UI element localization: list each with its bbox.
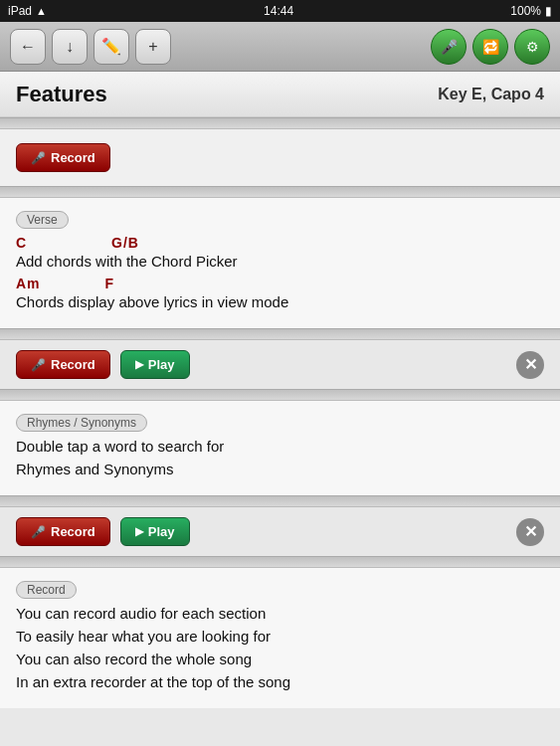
play-label-2: Play (148, 524, 175, 539)
mic-button[interactable]: 🎤 (431, 29, 467, 65)
divider-6 (0, 556, 560, 568)
key-info: Key E, Capo 4 (438, 86, 544, 103)
record-tag: Record (16, 581, 77, 599)
play-icon-1: ▶ (135, 358, 143, 371)
record-desc-line-1: You can record audio for each section (16, 605, 544, 622)
rhymes-line-1: Double tap a word to search for (16, 438, 544, 455)
toolbar-right: 🎤 🔁 ⚙ (431, 29, 550, 65)
record-button-1[interactable]: 🎤 Record (16, 350, 110, 379)
status-bar: iPad ▲ 14:44 100% ▮ (0, 0, 560, 22)
rhymes-line-2: Rhymes and Synonyms (16, 461, 544, 477)
close-icon-1: ✕ (524, 355, 537, 374)
record-label-1: Record (51, 357, 95, 372)
toolbar: ← ↓ ✏️ + 🎤 🔁 ⚙ (0, 22, 560, 72)
close-button-1[interactable]: ✕ (516, 351, 544, 379)
controls-section-1: 🎤 Record ▶ Play ✕ (0, 340, 560, 389)
back-button[interactable]: ← (10, 29, 46, 65)
rhymes-section: Rhymes / Synonyms Double tap a word to s… (0, 401, 560, 495)
status-right: 100% ▮ (510, 4, 552, 18)
record-desc-line-4: In an extra recorder at the top of the s… (16, 673, 544, 690)
top-record-label: Record (51, 150, 95, 165)
divider-2 (0, 186, 560, 198)
loop-icon: 🔁 (482, 39, 499, 55)
play-button-2[interactable]: ▶ Play (120, 517, 190, 546)
toolbar-left: ← ↓ ✏️ + (10, 29, 171, 65)
play-label-1: Play (148, 357, 175, 372)
down-icon: ↓ (66, 38, 74, 56)
battery-icon: ▮ (545, 4, 552, 18)
divider-4 (0, 389, 560, 401)
status-left: iPad ▲ (8, 4, 47, 18)
page-header: Features Key E, Capo 4 (0, 72, 560, 117)
edit-button[interactable]: ✏️ (93, 29, 129, 65)
carrier-label: iPad (8, 4, 32, 18)
divider-top (0, 117, 560, 129)
lyric-line-2: Chords display above lyrics in view mode (16, 293, 544, 310)
rec-mic-icon-2: 🎤 (31, 525, 46, 539)
verse-tag: Verse (16, 211, 69, 229)
divider-3 (0, 328, 560, 340)
record-desc-line-3: You can also record the whole song (16, 651, 544, 667)
chord-line-2: Am F (16, 276, 544, 291)
wifi-icon: ▲ (36, 5, 47, 17)
gear-icon: ⚙ (526, 39, 539, 55)
record-desc-section: Record You can record audio for each sec… (0, 568, 560, 708)
record-mic-icon: 🎤 (31, 151, 46, 165)
plus-icon: + (148, 38, 157, 56)
pencil-icon: ✏️ (101, 37, 121, 56)
back-icon: ← (20, 38, 36, 56)
chord-f: F (104, 276, 114, 291)
loop-button[interactable]: 🔁 (472, 29, 508, 65)
close-icon-2: ✕ (524, 522, 537, 541)
add-button[interactable]: + (135, 29, 171, 65)
top-record-section: 🎤 Record (0, 129, 560, 186)
battery-label: 100% (510, 4, 541, 18)
chord-line-1: C G/B (16, 235, 544, 251)
verse-section: Verse C G/B Add chords with the Chord Pi… (0, 198, 560, 328)
record-label-2: Record (51, 524, 95, 539)
rec-mic-icon-1: 🎤 (31, 358, 46, 372)
rhymes-tag: Rhymes / Synonyms (16, 414, 147, 432)
record-desc-line-2: To easily hear what you are looking for (16, 628, 544, 645)
chord-am: Am (16, 276, 41, 291)
record-button-2[interactable]: 🎤 Record (16, 517, 110, 546)
chord-c: C (16, 235, 27, 251)
page-title: Features (16, 82, 107, 107)
close-button-2[interactable]: ✕ (516, 518, 544, 546)
play-icon-2: ▶ (135, 525, 143, 538)
top-record-button[interactable]: 🎤 Record (16, 143, 110, 172)
lyric-line-1: Add chords with the Chord Picker (16, 253, 544, 270)
settings-button[interactable]: ⚙ (514, 29, 550, 65)
chord-gb: G/B (111, 235, 139, 251)
main-content: 🎤 Record Verse C G/B Add chords with the… (0, 117, 560, 746)
divider-5 (0, 495, 560, 507)
controls-section-2: 🎤 Record ▶ Play ✕ (0, 507, 560, 556)
play-button-1[interactable]: ▶ Play (120, 350, 190, 379)
mic-icon: 🎤 (441, 39, 458, 55)
down-button[interactable]: ↓ (52, 29, 88, 65)
time-label: 14:44 (264, 4, 293, 18)
